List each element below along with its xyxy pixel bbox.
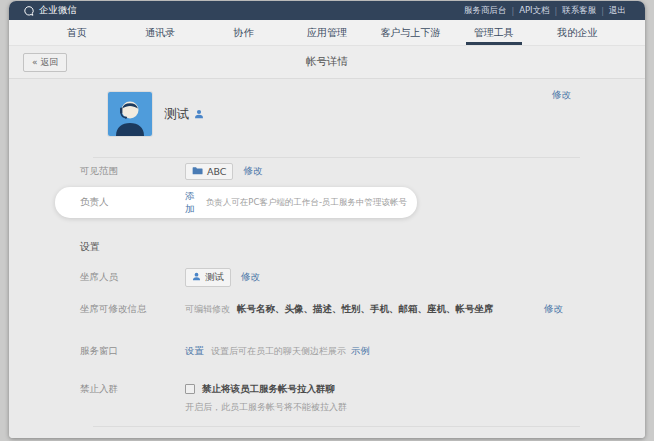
editable-info-modify-link[interactable]: 修改	[544, 303, 563, 316]
account-avatar	[108, 92, 152, 136]
main-nav: 首页 通讯录 协作 应用管理 客户与上下游 管理工具 我的企业	[9, 20, 645, 46]
topbar-links: 服务商后台 API文档 联系客服 退出	[459, 5, 631, 17]
nav-tab-my-enterprise[interactable]: 我的企业	[536, 20, 619, 45]
divider	[93, 157, 580, 158]
visible-range-row: 可见范围 ABC 修改	[80, 162, 262, 180]
no-group-hint: 开启后，此员工服务帐号将不能被拉入群	[185, 401, 347, 414]
agent-tag[interactable]: 测试	[185, 268, 231, 287]
settings-section-title: 设置	[80, 240, 100, 254]
nav-tab-contacts[interactable]: 通讯录	[118, 20, 201, 45]
owner-add-link[interactable]: 添加	[185, 190, 199, 216]
account-name-row: 测试	[164, 106, 204, 122]
owner-label: 负责人	[80, 196, 185, 209]
agent-modify-link[interactable]: 修改	[241, 271, 260, 284]
service-window-hint: 设置后可在员工的聊天侧边栏展示	[211, 345, 346, 358]
person-icon	[192, 272, 201, 283]
divider	[93, 426, 580, 427]
editable-info-prefix: 可编辑修改	[185, 303, 230, 316]
wecom-logo-icon	[23, 5, 35, 17]
agent-person-icon	[194, 107, 204, 122]
agent-tag-label: 测试	[205, 271, 224, 284]
topbar-link-logout[interactable]: 退出	[604, 5, 631, 17]
no-group-label: 禁止入群	[80, 383, 185, 396]
topbar-link-contact-support[interactable]: 联系客服	[557, 5, 601, 17]
visible-range-tag-label: ABC	[207, 166, 226, 177]
editable-info-row: 坐席可修改信息 可编辑修改 帐号名称、头像、描述、性别、手机、邮箱、座机、帐号坐…	[80, 301, 563, 317]
agent-row: 坐席人员 测试 修改	[80, 268, 260, 286]
visible-range-modify-link[interactable]: 修改	[243, 165, 262, 178]
service-window-row: 服务窗口 设置 设置后可在员工的聊天侧边栏展示 示例	[80, 344, 370, 358]
page-title: 帐号详情	[9, 55, 645, 69]
editable-info-label: 坐席可修改信息	[80, 303, 185, 316]
nav-tab-customers[interactable]: 客户与上下游	[369, 20, 452, 45]
page-header: « 返回 帐号详情	[9, 46, 645, 79]
nav-tab-collaboration[interactable]: 协作	[202, 20, 285, 45]
account-detail-panel: 测试 修改 可见范围 ABC	[9, 79, 645, 438]
no-group-row: 禁止入群 禁止将该员工服务帐号拉入群聊	[80, 382, 335, 396]
app-window: 企业微信 服务商后台 API文档 联系客服 退出 首页 通讯录 协作 应用管理 …	[9, 1, 645, 438]
service-window-example-link[interactable]: 示例	[351, 345, 370, 358]
brand-name: 企业微信	[39, 4, 77, 17]
topbar: 企业微信 服务商后台 API文档 联系客服 退出	[9, 1, 645, 20]
owner-hint: 负责人可在PC客户端的工作台-员工服务中管理该帐号	[206, 197, 407, 209]
no-group-checkbox[interactable]	[185, 384, 195, 394]
screen: 企业微信 服务商后台 API文档 联系客服 退出 首页 通讯录 协作 应用管理 …	[0, 0, 654, 441]
topbar-link-api-docs[interactable]: API文档	[514, 5, 554, 17]
visible-range-label: 可见范围	[80, 165, 185, 178]
nav-tab-home[interactable]: 首页	[35, 20, 118, 45]
service-window-label: 服务窗口	[80, 345, 185, 358]
profile-modify-link[interactable]: 修改	[552, 89, 571, 102]
service-window-set-link[interactable]: 设置	[185, 345, 204, 358]
nav-tab-management-tools[interactable]: 管理工具	[452, 20, 535, 45]
visible-range-tag[interactable]: ABC	[185, 163, 233, 180]
nav-tab-app-management[interactable]: 应用管理	[285, 20, 368, 45]
topbar-link-service-provider[interactable]: 服务商后台	[459, 5, 512, 17]
account-name: 测试	[164, 106, 189, 123]
editable-info-fields: 帐号名称、头像、描述、性别、手机、邮箱、座机、帐号坐席	[237, 303, 494, 316]
brand[interactable]: 企业微信	[23, 4, 77, 17]
no-group-checkbox-label: 禁止将该员工服务帐号拉入群聊	[202, 383, 335, 396]
owner-row-highlight: 负责人 添加 负责人可在PC客户端的工作台-员工服务中管理该帐号	[55, 187, 417, 218]
agent-label: 坐席人员	[80, 271, 185, 284]
folder-icon	[192, 166, 203, 177]
